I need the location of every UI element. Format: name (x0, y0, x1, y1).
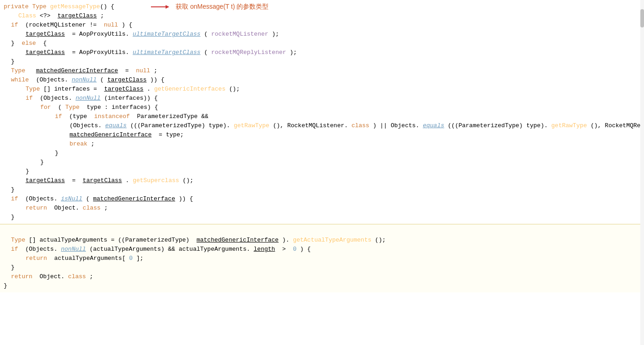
code-line-blank (0, 226, 644, 236)
code-line-16: break ; (0, 140, 644, 149)
code-line-22: if (Objects. isNull ( matchedGenericInte… (0, 194, 644, 204)
code-line-23: return Object. class ; (0, 204, 644, 213)
code-line-2: Class <?> targetClass ; (0, 11, 644, 21)
code-line-5: } else { (0, 39, 644, 48)
code-line-17: } (0, 149, 644, 158)
svg-marker-1 (166, 5, 169, 9)
code-line-12: for ( Type type : interfaces) { (0, 103, 644, 112)
code-line-25: Type [] actualTypeArguments = ((Paramete… (0, 236, 644, 245)
code-line-4: targetClass = AopProxyUtils. ultimateTar… (0, 30, 644, 39)
code-line-18: } (0, 158, 644, 167)
keyword-private: private (4, 2, 29, 11)
code-line-13: if (type instanceof ParameterizedType && (0, 112, 644, 121)
keyword-while: while (11, 76, 29, 83)
code-line-24: } (0, 213, 644, 222)
code-container: private Type getMessageType () { 获取 onMe… (0, 0, 644, 345)
bottom-section: Type [] actualTypeArguments = ((Paramete… (0, 225, 644, 292)
annotation-comment: 获取 onMessage(T t) 的参数类型 (176, 2, 269, 11)
code-line-11: if (Objects. nonNull (interfaces)) { (0, 94, 644, 103)
code-line-26: if (Objects. nonNull (actualTypeArgument… (0, 245, 644, 254)
scrollbar[interactable] (640, 0, 644, 345)
arrow-icon (151, 3, 169, 11)
code-line-19: } (0, 167, 644, 176)
keyword-type: Type (32, 2, 46, 11)
code-line-29: return Object. class ; (0, 272, 644, 281)
code-line-14: (Objects. equals (((ParameterizedType) t… (0, 121, 644, 130)
code-line-30: } (0, 281, 644, 291)
code-line-3: if (rocketMQListener != null ) { (0, 21, 644, 30)
code-line-21: } (0, 185, 644, 194)
method-getMessageType: getMessageType (50, 2, 100, 11)
code-line-9: while (Objects. nonNull ( targetClass ))… (0, 75, 644, 85)
code-line-15: matchedGenericInterface = type; (0, 130, 644, 140)
code-line-8: Type matchedGenericInterface = null ; (0, 66, 644, 75)
code-line-6: targetClass = AopProxyUtils. ultimateTar… (0, 48, 644, 57)
scrollbar-thumb[interactable] (640, 9, 644, 27)
code-line-7: } (0, 57, 644, 66)
code-line-20: targetClass = targetClass . getSuperclas… (0, 176, 644, 185)
top-section: private Type getMessageType () { 获取 onMe… (0, 0, 644, 224)
code-line-1: private Type getMessageType () { 获取 onMe… (0, 2, 644, 11)
code-line-28: } (0, 263, 644, 272)
code-line-10: Type [] interfaces = targetClass . getGe… (0, 85, 644, 94)
code-line-27: return actualTypeArguments[ 0 ]; (0, 254, 644, 263)
